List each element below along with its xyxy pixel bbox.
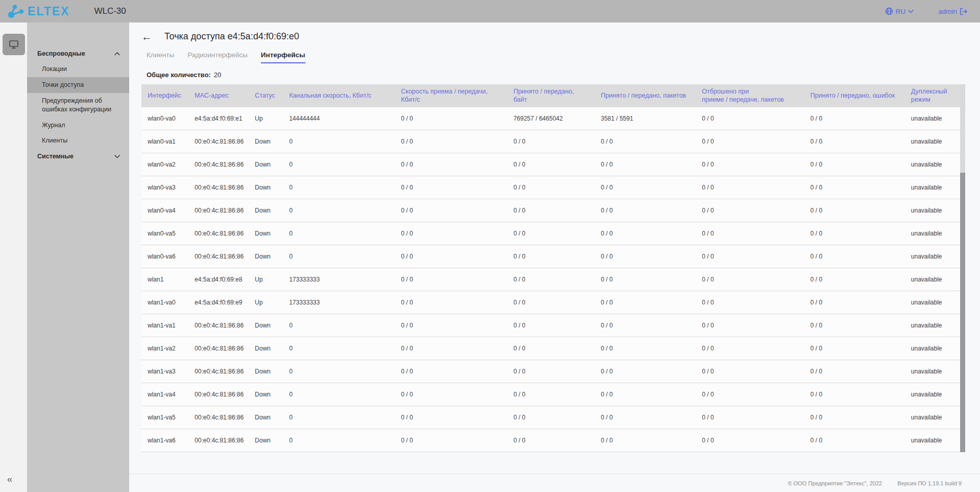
monitor-icon	[8, 39, 19, 50]
cell: 0 / 0	[395, 314, 507, 337]
tab-Радиоинтерфейсы[interactable]: Радиоинтерфейсы	[187, 51, 248, 63]
table-scrollbar[interactable]	[960, 84, 965, 452]
table-row[interactable]: wlan1e4:5a:d4:f0:69:e8Up1733333330 / 00 …	[141, 268, 965, 291]
cell: unavailable	[905, 383, 965, 406]
cell: 0 / 0	[696, 337, 804, 360]
table-row[interactable]: wlan1-va600:e0:4c:81:86:86Down00 / 00 / …	[141, 429, 965, 452]
total-count-label: Общее количество:	[147, 71, 211, 79]
tab-Интерфейсы[interactable]: Интерфейсы	[261, 51, 305, 63]
table-row[interactable]: wlan0-va500:e0:4c:81:86:86Down00 / 00 / …	[141, 222, 965, 245]
cell: unavailable	[905, 130, 965, 153]
eltex-molecule-icon	[7, 4, 25, 19]
cell: 0 / 0	[507, 406, 594, 429]
table-row[interactable]: wlan1-va100:e0:4c:81:86:86Down00 / 00 / …	[141, 314, 965, 337]
sidebar-group-Системные[interactable]: Системные	[27, 149, 129, 164]
cell: unavailable	[905, 291, 965, 314]
cell: 00:e0:4c:81:86:86	[188, 314, 249, 337]
back-button[interactable]: ←	[141, 31, 152, 42]
cell: 3581 / 5591	[594, 107, 696, 130]
cell: 0	[283, 130, 395, 153]
table-header-row: ИнтерфейсMAC-адресСтатусКанальная скорос…	[141, 84, 965, 107]
cell: 0 / 0	[696, 245, 804, 268]
cell: Down	[249, 153, 283, 176]
column-header: Интерфейс	[141, 84, 188, 107]
cell: 0 / 0	[696, 176, 804, 199]
table-scrollbar-thumb[interactable]	[960, 173, 965, 452]
table-row[interactable]: wlan0-va0e4:5a:d4:f0:69:e1Up1444444440 /…	[141, 107, 965, 130]
tab-bar: КлиентыРадиоинтерфейсыИнтерфейсы	[147, 51, 965, 63]
cell: 00:e0:4c:81:86:86	[188, 337, 249, 360]
cell: 0 / 0	[696, 268, 804, 291]
cell: unavailable	[905, 107, 965, 130]
icon-rail: «	[0, 22, 27, 492]
cell: Down	[249, 222, 283, 245]
cell: 00:e0:4c:81:86:86	[188, 130, 249, 153]
table-row[interactable]: wlan1-va200:e0:4c:81:86:86Down00 / 00 / …	[141, 337, 965, 360]
cell: 0 / 0	[507, 222, 594, 245]
cell: wlan0-va1	[141, 130, 188, 153]
cell: 0 / 0	[395, 383, 507, 406]
cell: 0 / 0	[804, 268, 905, 291]
cell: 0	[283, 153, 395, 176]
table-row[interactable]: wlan1-va0e4:5a:d4:f0:69:e9Up1733333330 /…	[141, 291, 965, 314]
column-header: Принято / передано, ошибок	[804, 84, 905, 107]
logout-icon	[960, 8, 968, 15]
interfaces-table-wrap: ИнтерфейсMAC-адресСтатусКанальная скорос…	[141, 84, 965, 452]
user-menu[interactable]: admin	[938, 8, 968, 15]
column-header: MAC-адрес	[188, 84, 249, 107]
cell: 0 / 0	[804, 222, 905, 245]
cell: Up	[249, 268, 283, 291]
cell: 0 / 0	[395, 429, 507, 452]
cell: 0	[283, 337, 395, 360]
cell: 0 / 0	[395, 107, 507, 130]
tab-Клиенты[interactable]: Клиенты	[147, 51, 174, 63]
table-row[interactable]: wlan0-va400:e0:4c:81:86:86Down00 / 00 / …	[141, 199, 965, 222]
table-row[interactable]: wlan0-va200:e0:4c:81:86:86Down00 / 00 / …	[141, 153, 965, 176]
table-row[interactable]: wlan0-va300:e0:4c:81:86:86Down00 / 00 / …	[141, 176, 965, 199]
sidebar-item-Журнал[interactable]: Журнал	[27, 118, 129, 133]
cell: 0	[283, 245, 395, 268]
cell: 0 / 0	[696, 291, 804, 314]
copyright: © ООО Предприятие "Элтекс", 2022	[788, 480, 882, 486]
table-row[interactable]: wlan1-va500:e0:4c:81:86:86Down00 / 00 / …	[141, 406, 965, 429]
cell: 0 / 0	[594, 337, 696, 360]
sidebar-item-Локации[interactable]: Локации	[27, 61, 129, 77]
cell: 0 / 0	[696, 199, 804, 222]
cell: 0 / 0	[594, 314, 696, 337]
cell: 0 / 0	[594, 268, 696, 291]
cell: unavailable	[905, 199, 965, 222]
table-row[interactable]: wlan0-va600:e0:4c:81:86:86Down00 / 00 / …	[141, 245, 965, 268]
cell: Down	[249, 314, 283, 337]
cell: 00:e0:4c:81:86:86	[188, 176, 249, 199]
cell: 0 / 0	[594, 199, 696, 222]
sidebar-item-Предупреждения об ошибках конфигурации[interactable]: Предупреждения об ошибках конфигурации	[27, 93, 129, 118]
total-count-value: 20	[214, 71, 221, 79]
page-title: Точка доступа e4:5a:d4:f0:69:e0	[164, 31, 299, 42]
collapse-sidebar-button[interactable]: «	[7, 474, 12, 485]
cell: 173333333	[283, 291, 395, 314]
monitoring-section-button[interactable]	[3, 34, 25, 55]
table-row[interactable]: wlan1-va300:e0:4c:81:86:86Down00 / 00 / …	[141, 360, 965, 383]
cell: wlan1-va0	[141, 291, 188, 314]
cell: 0 / 0	[395, 222, 507, 245]
cell: 0 / 0	[507, 360, 594, 383]
sidebar-item-Клиенты[interactable]: Клиенты	[27, 133, 129, 149]
table-row[interactable]: wlan0-va100:e0:4c:81:86:86Down00 / 00 / …	[141, 130, 965, 153]
cell: 0	[283, 360, 395, 383]
cell: 769257 / 6465042	[507, 107, 594, 130]
cell: 00:e0:4c:81:86:86	[188, 360, 249, 383]
cell: 0 / 0	[804, 429, 905, 452]
table-row[interactable]: wlan1-va400:e0:4c:81:86:86Down00 / 00 / …	[141, 383, 965, 406]
cell: 0 / 0	[804, 107, 905, 130]
cell: 0 / 0	[804, 153, 905, 176]
cell: 0 / 0	[507, 383, 594, 406]
cell: Down	[249, 383, 283, 406]
language-selector[interactable]: RU	[885, 7, 914, 15]
language-label: RU	[896, 8, 906, 15]
sidebar-group-Беспроводные[interactable]: Беспроводные	[27, 46, 129, 61]
cell: wlan1-va6	[141, 429, 188, 452]
cell: 00:e0:4c:81:86:86	[188, 245, 249, 268]
column-header: Дуплексный режим	[905, 84, 965, 107]
cell: 0 / 0	[804, 291, 905, 314]
sidebar-item-Точки доступа[interactable]: Точки доступа	[27, 77, 129, 93]
